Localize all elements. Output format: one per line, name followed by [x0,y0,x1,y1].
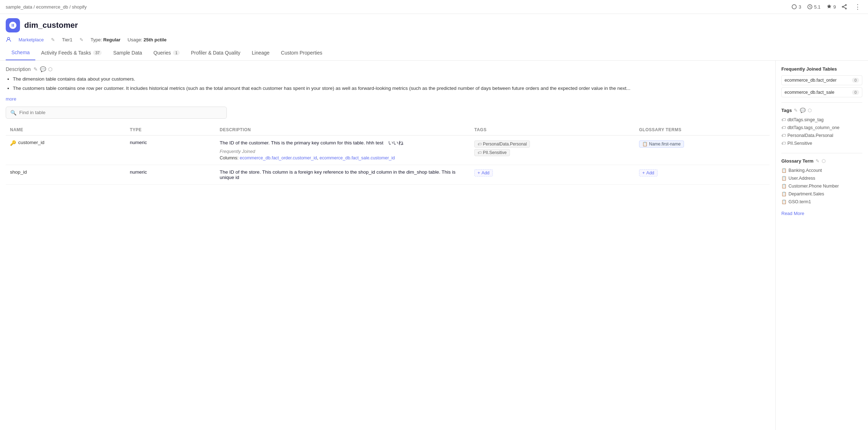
add-tag-button[interactable]: + Add [474,169,493,176]
cell-glossary-customer-id: 📋 Name.first-name [635,135,770,165]
tier-edit-icon[interactable]: ✎ [80,37,83,42]
circle-icon [791,4,797,10]
schema-table: NAME TYPE DESCRIPTION TAGS GLOSSARY TERM… [6,124,770,185]
share-button[interactable] [842,4,847,10]
search-input-wrap: 🔍 [6,107,227,119]
owner-link[interactable]: Marketplace [19,37,44,42]
description-header: Description ✎ 💬 ⬡ [6,66,770,72]
glossary-icon-4: 📋 [781,191,787,196]
sidebar-glossary-item-5: 📋 GSO.term1 [781,198,862,206]
tag-chip-pii: 🏷 PII.Sensitive [474,149,510,156]
tier-value: Tier1 [62,37,72,42]
col-header-glossary: GLOSSARY TERMS [635,124,770,135]
desc-edit-icon[interactable]: ✎ [34,66,38,72]
breadcrumb-part-3: shopify [72,4,87,10]
tags-edit-icon[interactable]: ✎ [794,108,798,113]
col-name-text-shop: shop_id [10,169,27,175]
desc-bullet-2: The customers table contains one row per… [13,85,770,92]
search-icon: 🔍 [10,110,16,116]
tab-queries-badge: 1 [173,50,179,55]
more-button[interactable]: ⋮ [853,3,862,11]
joined-table-item-1[interactable]: ecommerce_db.fact_order 0 [781,75,862,85]
tab-profiler[interactable]: Profiler & Data Quality [185,46,246,60]
description-label: Description [6,66,31,72]
search-input[interactable] [19,110,222,115]
stat-watchers[interactable]: 3 [791,4,801,10]
stat-watchers-count: 3 [798,4,801,10]
cell-type-customer-id: numeric [126,135,215,165]
tags-section-header: Tags ✎ 💬 ⬡ [781,108,862,113]
stat-history[interactable]: 5.1 [807,4,821,10]
description-list: The dimension table contains data about … [6,76,770,92]
joined-table-item-2[interactable]: ecommerce_db.fact_sale 0 [781,87,862,97]
freq-joined-link-1[interactable]: ecommerce_db.fact_order.customer_id [240,155,317,160]
desc-bullet-1: The dimension table contains data about … [13,76,770,83]
page-title: dim_customer [24,21,78,30]
glossary-section-header: Glossary Term ✎ ⬡ [781,158,862,164]
col-header-name: NAME [6,124,126,135]
tag-icon-1: 🏷 [781,117,786,122]
cell-tags-customer-id: 🏷 PersonalData.Personal 🏷 PII.Sensitive [470,135,635,165]
star-icon [826,4,832,10]
glossary-icon-3: 📋 [781,184,787,189]
freq-joined-cols: Columns: ecommerce_db.fact_order.custome… [220,155,466,160]
tab-custom[interactable]: Custom Properties [275,46,328,60]
breadcrumb-part-2: ecommerce_db [36,4,68,10]
cell-desc-customer-id: The ID of the customer. This is the prim… [215,135,470,165]
stat-stars[interactable]: 9 [826,4,836,10]
tag-chip-personal: 🏷 PersonalData.Personal [474,140,530,148]
tab-activity[interactable]: Activity Feeds & Tasks 37 [35,46,107,60]
col-header-type: TYPE [126,124,215,135]
desc-comment-icon[interactable]: 💬 [40,66,46,72]
desc-share-icon[interactable]: ⬡ [48,66,52,72]
sidebar-tag-item-2: 🏷 dbtTags.tags_column_one [781,124,862,132]
sidebar-tags-list: 🏷 dbtTags.singe_tag 🏷 dbtTags.tags_colum… [781,116,862,147]
tab-lineage[interactable]: Lineage [246,46,275,60]
sidebar-divider-2 [781,153,862,153]
cell-tags-shop-id: + Add [470,165,635,184]
topbar-actions: 3 5.1 9 ⋮ [791,3,862,11]
freq-joined-section: Frequently Joined Columns: ecommerce_db.… [220,149,466,160]
description-more-link[interactable]: more [6,96,16,102]
content-area: Description ✎ 💬 ⬡ The dimension table co… [0,61,775,430]
glossary-chip-icon: 📋 [642,142,648,147]
cell-name-customer-id: 🔑 customer_id [6,135,126,165]
col-name-text: customer_id [18,140,45,145]
freq-joined-link-2[interactable]: ecommerce_db.fact_sale.customer_id [320,155,395,160]
entity-logo-icon [9,21,17,30]
search-container: 🔍 [6,107,770,119]
tags-comment-icon[interactable]: 💬 [800,108,806,113]
glossary-edit-icon[interactable]: ✎ [816,158,820,164]
share-icon [842,4,847,10]
table-row: 🔑 customer_id numeric The ID of the cust… [6,135,770,165]
tags-share-icon[interactable]: ⬡ [808,108,812,113]
sidebar-glossary-item-2: 📋 User.Address [781,174,862,182]
tag-icon-4: 🏷 [781,141,786,146]
owner-edit-icon[interactable]: ✎ [51,37,55,42]
tab-queries[interactable]: Queries 1 [148,46,185,60]
sidebar-tag-item-3: 🏷 PersonalData.Personal [781,132,862,139]
main-layout: Description ✎ 💬 ⬡ The dimension table co… [0,61,868,430]
desc-actions: ✎ 💬 ⬡ [34,66,52,72]
breadcrumb: sample_data / ecommerce_db / shopify [6,4,87,10]
type-label: Type: Regular [91,37,121,42]
glossary-copy-icon[interactable]: ⬡ [822,158,826,164]
sidebar: Frequently Joined Tables ecommerce_db.fa… [775,61,868,430]
meta-row: Marketplace ✎ Tier1 ✎ Type: Regular Usag… [0,35,868,45]
svg-point-0 [792,5,796,9]
read-more-link[interactable]: Read More [781,211,804,216]
desc-text-customer-id: The ID of the customer. This is the prim… [220,140,466,146]
cell-glossary-shop-id: + Add [635,165,770,184]
freq-joined-label: Frequently Joined [220,149,466,154]
tab-activity-badge: 37 [93,50,102,55]
tag-icon-2: 🏷 [781,125,786,130]
tab-sample[interactable]: Sample Data [107,46,148,60]
sidebar-glossary-list: 📋 Banking.Account 📋 User.Address 📋 Custo… [781,167,862,206]
key-icon: 🔑 [10,140,16,146]
add-glossary-button[interactable]: + Add [639,169,658,176]
svg-point-4 [842,6,843,7]
tab-schema[interactable]: Schema [6,45,35,60]
topbar: sample_data / ecommerce_db / shopify 3 5… [0,0,868,14]
cell-desc-shop-id: The ID of the store. This column is a fo… [215,165,470,184]
sidebar-tag-item-1: 🏷 dbtTags.singe_tag [781,116,862,124]
